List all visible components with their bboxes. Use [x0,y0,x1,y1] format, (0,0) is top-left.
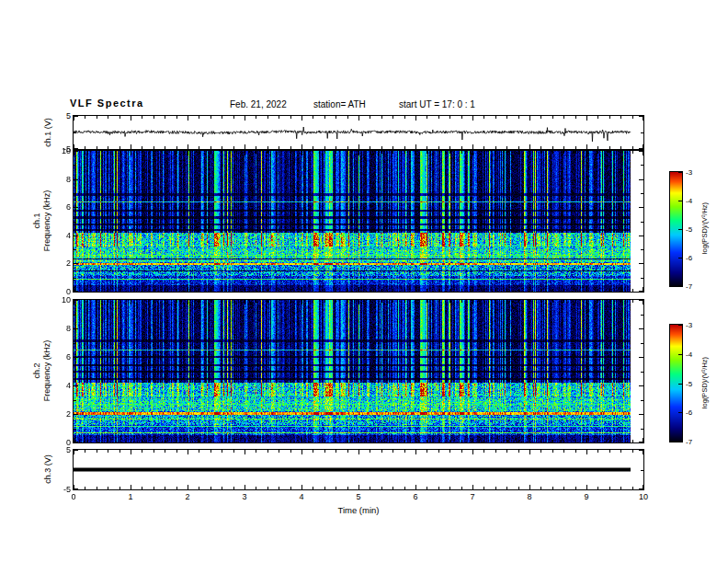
ch1-frequency-axis-label-line1: ch.1 [32,190,42,252]
x-tick-label: 8 [520,492,539,501]
colorbar-ch2-canvas [670,325,682,442]
colorbar-tick-label: -7 [686,282,704,291]
y-tick-label: 8 [47,324,71,333]
x-tick-label: 3 [235,492,254,501]
ch1-frequency-axis-label-line2: Frequency (kHz) [42,190,52,252]
ch1-voltage-axis-label: ch.1 (V) [43,118,52,147]
ch3-waveform-canvas [74,450,643,489]
y-tick-label: 5 [47,111,71,121]
colorbar-tick-label: -4 [686,197,704,205]
x-tick-label: 7 [463,492,482,501]
colorbar-tick-label: -5 [686,225,704,234]
figure-title: VLF Spectra [70,98,144,109]
ch1-frequency-axis-label: ch.1 Frequency (kHz) [32,190,52,252]
colorbar-ch1-canvas [670,172,682,286]
ch2-frequency-axis-label-line1: ch.2 [32,340,42,402]
y-tick-label: 2 [47,259,71,268]
station-label: station= ATH [313,99,366,109]
ch1-spectrogram-panel [73,150,644,293]
y-tick-label: 4 [47,381,71,390]
x-tick-label: 9 [577,492,596,501]
colorbar-tick-label: -7 [686,438,704,446]
colorbar-tick-label: -6 [686,408,704,417]
colorbar-tick-label: -6 [686,254,704,262]
y-tick-label: 6 [47,202,71,212]
y-tick-label: 6 [47,352,71,362]
ch1-spectrogram-canvas [74,151,643,292]
ch2-spectrogram-canvas [74,300,643,442]
start-ut-label: start UT = 17: 0 : 1 [399,99,475,109]
y-tick-label: 2 [47,409,71,419]
colorbar-ch2 [669,324,683,442]
colorbar-tick-label: -3 [686,168,704,177]
y-tick-label: 10 [47,146,71,155]
y-tick-label: 10 [47,295,71,304]
time-axis-label: Time (min) [74,505,643,515]
x-tick-label: 1 [121,492,140,501]
ch3-waveform-panel [73,449,644,490]
x-tick-label: 6 [406,492,425,501]
x-tick-label: 4 [292,492,311,501]
colorbar-tick-label: -5 [686,380,704,388]
colorbar-tick-label: -4 [686,350,704,359]
x-tick-label: 2 [178,492,197,501]
x-tick-label: 10 [634,492,653,501]
y-tick-label: 4 [47,231,71,240]
ch3-voltage-axis-label: ch.3 (V) [43,454,52,484]
ch2-frequency-axis-label-line2: Frequency (kHz) [42,340,52,402]
ch1-waveform-panel [73,115,644,150]
y-tick-label: 8 [47,175,71,184]
x-tick-label: 0 [64,492,83,501]
y-tick-label: 5 [47,445,71,454]
colorbar-tick-label: -3 [686,321,704,329]
ch2-frequency-axis-label: ch.2 Frequency (kHz) [32,340,52,402]
ch2-spectrogram-panel [73,299,644,443]
x-tick-label: 5 [349,492,368,501]
vlf-spectra-figure: VLF Spectra Feb. 21, 2022 station= ATH s… [0,0,728,563]
colorbar-ch1 [669,171,683,287]
figure-date: Feb. 21, 2022 [230,99,287,109]
ch1-waveform-canvas [74,116,643,149]
